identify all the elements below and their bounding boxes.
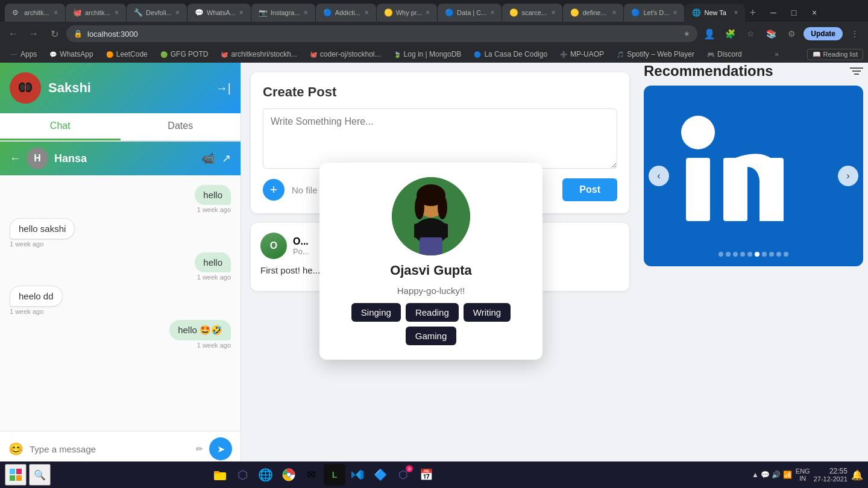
tab-why[interactable]: 🟡 Why pr... × <box>377 4 437 22</box>
chat-header: Sakshi →| <box>0 63 241 113</box>
tab-newtab-close[interactable]: × <box>734 8 738 17</box>
favorites-button[interactable]: ☆ <box>742 25 759 42</box>
carousel-dot-8[interactable] <box>769 252 774 257</box>
bookmark-mp[interactable]: ➕ MP-UAOP <box>555 49 609 60</box>
tab-instagram[interactable]: 📷 Instagra... × <box>251 4 315 22</box>
collections-button[interactable]: 📚 <box>763 25 779 42</box>
tab-lets[interactable]: 🔵 Let's D... × <box>624 4 684 22</box>
carousel-dot-2[interactable] <box>726 252 731 257</box>
carousel-dot-7[interactable] <box>762 252 767 257</box>
tab-data-close[interactable]: × <box>490 8 494 17</box>
extensions-button[interactable]: 🧩 <box>722 25 738 42</box>
vscode-icon <box>351 468 364 481</box>
message-input[interactable] <box>30 444 190 454</box>
video-call-button[interactable]: 📹 <box>201 152 215 165</box>
tab-addic-close[interactable]: × <box>365 8 369 17</box>
tab-why-close[interactable]: × <box>426 8 430 17</box>
reload-button[interactable]: ↻ <box>46 25 63 42</box>
minimize-button[interactable]: ─ <box>765 4 782 21</box>
taskbar-search-button[interactable]: 🔍 <box>29 464 51 486</box>
tab-scarce-close[interactable]: × <box>551 8 555 17</box>
tab-scarce[interactable]: 🟡 scarce... × <box>502 4 562 22</box>
taskbar-lexer-app[interactable]: L <box>324 464 345 486</box>
tab-1-close[interactable]: × <box>54 8 58 17</box>
taskbar-chrome-app[interactable] <box>278 464 300 486</box>
tab-whatsapp-close[interactable]: × <box>239 8 244 17</box>
tab-whatsapp[interactable]: 💬 WhatsA... × <box>187 4 251 22</box>
emoji-button[interactable]: 😊 <box>8 442 24 456</box>
tab-1[interactable]: ⚙ architk... × <box>5 4 65 22</box>
update-button[interactable]: Update <box>804 27 843 40</box>
post-button[interactable]: Post <box>562 178 617 201</box>
carousel-dot-3[interactable] <box>733 252 738 257</box>
message-bubble: hello <box>195 252 231 272</box>
carousel-dot-5[interactable] <box>747 252 752 257</box>
tab-define[interactable]: 🟡 define... × <box>563 4 623 22</box>
back-button[interactable]: ← <box>5 25 22 42</box>
bookmark-coder[interactable]: 🐙 coder-oj/stockhol... <box>304 49 386 60</box>
bookmark-leetcode[interactable]: 🟠 LeetCode <box>101 49 153 60</box>
bookmark-apps[interactable]: ⋯ Apps <box>5 49 42 60</box>
bookmark-discord[interactable]: 🎮 Discord <box>702 49 747 60</box>
tab-3[interactable]: 🔧 Devfoli... × <box>127 4 187 22</box>
forward-button[interactable]: → <box>25 25 42 42</box>
taskbar-terminal-app[interactable]: 🔷 <box>370 464 391 486</box>
carousel-dot-9[interactable] <box>776 252 781 257</box>
profile-button[interactable]: 👤 <box>701 25 718 42</box>
bookmark-whatsapp[interactable]: 💬 WhatsApp <box>44 49 98 60</box>
tab-data[interactable]: 🔵 Data | C... × <box>438 4 502 22</box>
tab-dates[interactable]: Dates <box>121 113 241 140</box>
reading-list-button[interactable]: 📖 Reading list <box>807 49 863 60</box>
carousel-dot-1[interactable] <box>719 252 723 257</box>
maximize-button[interactable]: □ <box>785 4 802 21</box>
tab-newtab[interactable]: 🌐 New Ta × <box>685 4 745 22</box>
tab-newtab-label: New Ta <box>704 9 726 16</box>
back-to-list-button[interactable]: ← <box>10 152 20 165</box>
tab-2-close[interactable]: × <box>115 8 119 17</box>
tab-instagram-close[interactable]: × <box>304 8 308 17</box>
taskbar-teams-app[interactable]: ⬡ <box>232 464 254 486</box>
start-button[interactable] <box>5 464 27 486</box>
carousel-next-button[interactable]: › <box>838 166 858 186</box>
tab-addic[interactable]: 🔵 Addicti... × <box>316 4 376 22</box>
tab-2[interactable]: 🐙 architk... × <box>66 4 126 22</box>
close-window-button[interactable]: × <box>806 4 823 21</box>
interest-writing: Writing <box>464 303 511 322</box>
notification-button[interactable]: 🔔 <box>851 469 863 481</box>
carousel-dot-4[interactable] <box>740 252 745 257</box>
taskbar-calendar-app[interactable]: 📅 <box>415 464 437 486</box>
tab-chat[interactable]: Chat <box>0 113 121 140</box>
carousel-dot-6[interactable] <box>755 252 760 257</box>
share-button[interactable]: ↗ <box>222 152 231 165</box>
carousel-previous-button[interactable]: ‹ <box>649 166 669 186</box>
bookmark-gfg[interactable]: 🟢 GFG POTD <box>155 49 213 60</box>
attachment-button[interactable]: ✏ <box>196 444 203 454</box>
taskbar-vscode-app[interactable] <box>347 464 368 486</box>
taskbar-mail-app[interactable]: ✉ <box>301 464 322 486</box>
svg-point-22 <box>287 473 291 477</box>
carousel-dot-10[interactable] <box>784 252 788 257</box>
bookmark-architk1[interactable]: 🐙 architkeshri/stockh... <box>215 49 301 60</box>
taskbar-edge-app[interactable]: 🌐 <box>255 464 277 486</box>
tab-define-close[interactable]: × <box>612 8 616 17</box>
new-tab-button[interactable]: + <box>746 7 760 19</box>
bookmark-lacasa[interactable]: 🔵 La Casa De Codigo <box>468 49 552 60</box>
bookmark-mongodb[interactable]: 🍃 Log in | MongoDB <box>388 49 467 60</box>
menu-button[interactable]: ⋮ <box>846 25 863 42</box>
conversation-name: Hansa <box>54 152 195 165</box>
settings-button[interactable]: ⚙ <box>783 25 800 42</box>
bookmark-spotify[interactable]: 🎵 Spotify – Web Player <box>611 49 699 60</box>
address-bar[interactable]: 🔒 localhost:3000 ★ <box>66 25 697 42</box>
taskbar-teams2-app[interactable]: ⬡ 9 <box>392 464 414 486</box>
bookmarks-overflow[interactable]: » <box>775 50 779 58</box>
taskbar-clock[interactable]: 22:55 27-12-2021 <box>814 467 848 483</box>
taskbar-files-app[interactable] <box>209 464 231 486</box>
tab-3-close[interactable]: × <box>175 8 180 17</box>
logout-button[interactable]: →| <box>216 81 231 95</box>
tab-lets-close[interactable]: × <box>673 8 677 17</box>
add-file-button[interactable]: + <box>263 179 285 201</box>
linkedin-logo-svg <box>669 108 838 229</box>
send-button[interactable]: ➤ <box>209 437 232 460</box>
filter-button[interactable] <box>850 67 863 75</box>
post-textarea[interactable] <box>263 108 617 169</box>
